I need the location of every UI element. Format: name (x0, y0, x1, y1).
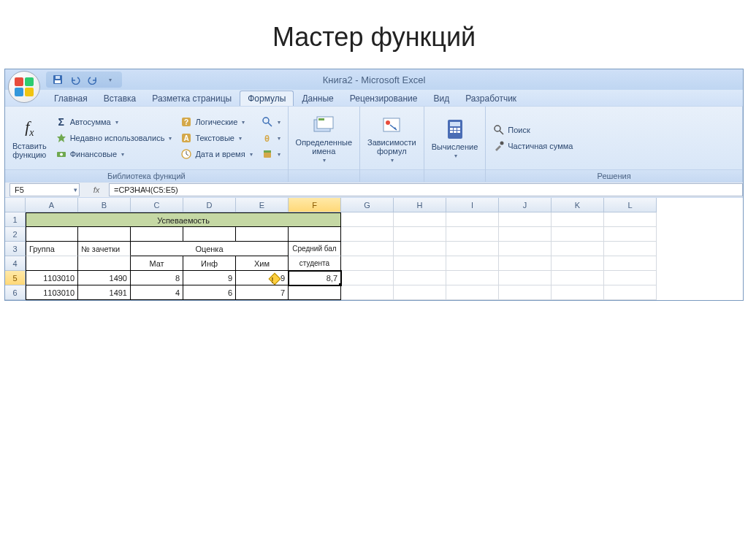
cell[interactable] (446, 271, 499, 285)
cell[interactable] (499, 271, 552, 285)
select-all-corner[interactable] (5, 198, 26, 212)
search-button[interactable]: Поиск (492, 123, 574, 137)
cell[interactable] (446, 212, 499, 227)
cell[interactable] (394, 242, 446, 256)
cell[interactable] (26, 256, 78, 271)
row-header-6[interactable]: 6 (5, 285, 26, 300)
chevron-down-icon[interactable]: ▾ (74, 186, 77, 193)
cell[interactable] (26, 227, 78, 242)
cell[interactable] (552, 285, 604, 300)
cell[interactable] (131, 227, 183, 242)
cell[interactable] (78, 256, 131, 271)
row-header-5[interactable]: 5 (5, 271, 26, 285)
column-header-C[interactable]: C (131, 198, 183, 212)
calculation-button[interactable]: Вычисление ▾ (427, 108, 483, 168)
cell[interactable] (289, 285, 341, 300)
cell[interactable] (446, 256, 499, 271)
save-button[interactable] (50, 73, 65, 86)
cell-avg-hdr2[interactable]: студента (289, 256, 341, 271)
cell[interactable]: 1103010 (26, 271, 78, 285)
tab-developer[interactable]: Разработчик (457, 91, 524, 106)
cell-mat-hdr[interactable]: Мат (131, 256, 183, 271)
more-fn-button[interactable]: ▾ (260, 147, 282, 161)
cell[interactable] (341, 242, 394, 256)
cell[interactable] (604, 271, 657, 285)
undo-button[interactable] (68, 73, 83, 86)
cell[interactable] (604, 227, 657, 242)
cell[interactable] (394, 271, 446, 285)
cell[interactable] (236, 227, 289, 242)
cell[interactable] (499, 242, 552, 256)
cell[interactable] (341, 227, 394, 242)
cell-zach-hdr[interactable]: № зачетки (78, 242, 131, 256)
cell-title[interactable]: Успеваемость (26, 212, 341, 227)
cell[interactable]: 9 (183, 271, 236, 285)
cell[interactable]: 1103010 (26, 285, 78, 300)
cell[interactable] (394, 256, 446, 271)
formula-dependencies-button[interactable]: Зависимости формул ▾ (363, 108, 421, 168)
cell[interactable] (499, 212, 552, 227)
cell[interactable] (499, 256, 552, 271)
cell[interactable] (341, 285, 394, 300)
cell[interactable] (394, 227, 446, 242)
cell[interactable] (552, 256, 604, 271)
column-header-G[interactable]: G (341, 198, 394, 212)
cell[interactable] (552, 271, 604, 285)
cell[interactable]: 8 (131, 271, 183, 285)
cell[interactable] (604, 212, 657, 227)
row-header-1[interactable]: 1 (5, 212, 26, 227)
redo-button[interactable] (85, 73, 100, 86)
office-button[interactable] (8, 71, 40, 103)
defined-names-button[interactable]: Определенные имена ▾ (291, 108, 356, 168)
cell[interactable] (552, 242, 604, 256)
cell[interactable] (289, 227, 341, 242)
cell[interactable] (341, 212, 394, 227)
tab-page-layout[interactable]: Разметка страницы (144, 91, 240, 106)
cell[interactable] (341, 271, 394, 285)
cell[interactable] (394, 285, 446, 300)
cell[interactable] (604, 242, 657, 256)
tab-insert[interactable]: Вставка (96, 91, 145, 106)
insert-function-button[interactable]: fx Вставить функцию (8, 108, 51, 168)
cell-inf-hdr[interactable]: Инф (183, 256, 236, 271)
column-header-D[interactable]: D (183, 198, 236, 212)
cell[interactable] (183, 227, 236, 242)
cell[interactable]: 6 (183, 285, 236, 300)
cell[interactable] (499, 285, 552, 300)
cell[interactable]: 7 (236, 285, 289, 300)
column-header-H[interactable]: H (394, 198, 446, 212)
cell[interactable] (78, 227, 131, 242)
autosum-button[interactable]: Σ Автосумма▾ (54, 115, 174, 129)
cell[interactable] (604, 256, 657, 271)
cell-avg-hdr[interactable]: Средний бал (289, 242, 341, 256)
cell[interactable]: 1490 (78, 271, 131, 285)
lookup-button[interactable]: ▾ (260, 115, 282, 129)
column-header-B[interactable]: B (78, 198, 131, 212)
math-button[interactable]: θ▾ (260, 131, 282, 145)
row-header-4[interactable]: 4 (5, 256, 26, 271)
name-box[interactable]: F5 ▾ (9, 183, 80, 196)
column-header-F[interactable]: F (289, 198, 341, 212)
cell[interactable]: 4 (131, 285, 183, 300)
recent-button[interactable]: Недавно использовались▾ (54, 131, 174, 145)
tab-view[interactable]: Вид (425, 91, 457, 106)
cell[interactable] (446, 285, 499, 300)
cell-active[interactable]: 8,7 (289, 271, 341, 285)
cell[interactable] (341, 256, 394, 271)
tab-formulas[interactable]: Формулы (240, 91, 294, 106)
cell[interactable] (552, 227, 604, 242)
cell[interactable] (446, 227, 499, 242)
cell[interactable] (604, 285, 657, 300)
cell-group-hdr[interactable]: Группа (26, 242, 78, 256)
cell[interactable]: 1491 (78, 285, 131, 300)
row-header-3[interactable]: 3 (5, 242, 26, 256)
column-header-K[interactable]: K (552, 198, 604, 212)
partial-sum-button[interactable]: Частичная сумма (492, 139, 574, 153)
worksheet[interactable]: ABCDEFGHIJKL 1Успеваемость23Группа№ заче… (5, 198, 743, 300)
tab-home[interactable]: Главная (46, 91, 96, 106)
column-header-L[interactable]: L (604, 198, 657, 212)
datetime-button[interactable]: Дата и время▾ (179, 147, 253, 161)
tab-data[interactable]: Данные (294, 91, 341, 106)
column-header-I[interactable]: I (446, 198, 499, 212)
error-icon[interactable] (268, 273, 280, 285)
